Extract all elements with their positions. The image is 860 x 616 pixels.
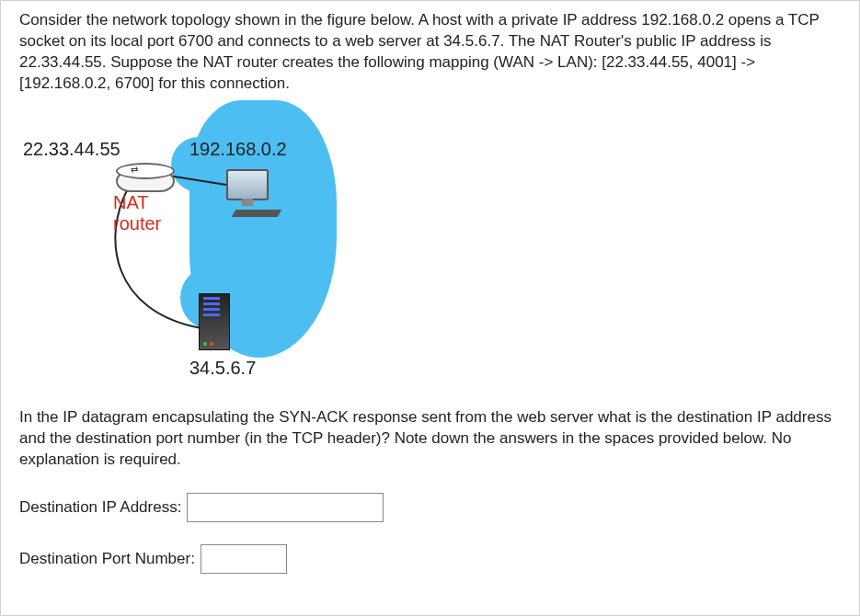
dest-port-row: Destination Port Number:	[19, 544, 841, 574]
dest-ip-label: Destination IP Address:	[19, 498, 181, 517]
web-server-icon	[199, 293, 230, 350]
dest-port-label: Destination Port Number:	[19, 550, 195, 568]
nat-public-ip-label: 22.33.44.55	[23, 139, 120, 160]
question-followup: In the IP datagram encapsulating the SYN…	[19, 407, 841, 471]
dest-ip-row: Destination IP Address:	[19, 493, 841, 522]
question-card: Consider the network topology shown in t…	[0, 0, 860, 616]
nat-router-label: NAT router	[113, 192, 161, 234]
host-computer-icon	[226, 169, 280, 217]
nat-label-line2: router	[113, 213, 161, 234]
question-intro: Consider the network topology shown in t…	[19, 10, 841, 95]
host-ip-label: 192.168.0.2	[189, 139, 287, 160]
dest-ip-input[interactable]	[187, 493, 384, 522]
dest-port-input[interactable]	[201, 544, 287, 574]
nat-router-icon: ⇄	[116, 163, 171, 188]
network-diagram: 22.33.44.55 ⇄ NAT router 192.168.0.2 34.…	[19, 100, 369, 394]
nat-label-line1: NAT	[113, 192, 161, 213]
server-ip-label: 34.5.6.7	[189, 358, 256, 379]
